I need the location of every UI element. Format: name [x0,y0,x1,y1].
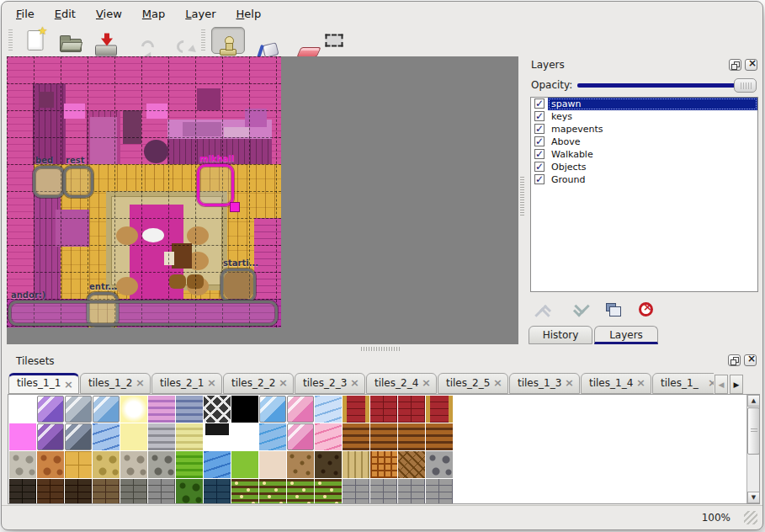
scroll-up-icon[interactable]: ▲ [747,395,760,407]
tile-cell[interactable] [65,396,92,423]
layer-row-spawn[interactable]: ✓spawn [531,98,757,110]
tile-cell[interactable] [37,479,64,504]
tile-cell[interactable] [426,451,453,478]
layer-row-ground[interactable]: ✓Ground [531,173,757,186]
tile-cell[interactable] [426,423,453,450]
tab-close-icon[interactable]: × [565,376,574,389]
tile-cell[interactable] [231,396,258,423]
tile-cell[interactable] [120,423,147,450]
tileset-tab-tiles_1_[interactable]: tiles_1_× [652,373,714,394]
tile-cell[interactable] [343,451,369,478]
tile-cell[interactable] [287,423,314,450]
menu-help[interactable]: Help [229,5,269,24]
tileset-scrollbar[interactable]: ▲ ▼ [746,395,759,503]
layer-visibility-checkbox[interactable]: ✓ [534,98,545,109]
tile-cell[interactable] [204,451,231,478]
tile-cell[interactable] [231,479,258,504]
open-folder-button[interactable] [54,27,88,54]
tileset-tab-tiles_2_5[interactable]: tiles_2_5× [438,373,508,394]
tileset-tab-tiles_1_2[interactable]: tiles_1_2× [80,373,151,394]
tile-cell[interactable] [120,396,147,423]
tab-close-icon[interactable]: × [636,376,645,389]
menu-layer[interactable]: Layer [178,5,223,24]
tile-cell[interactable] [93,451,120,478]
tile-cell[interactable] [398,396,425,423]
menu-view[interactable]: View [88,5,130,24]
tile-cell[interactable] [93,396,120,423]
layer-row-walkable[interactable]: ✓Walkable [531,148,757,161]
tile-cell[interactable] [398,423,425,450]
tile-cell[interactable] [176,479,203,504]
tile-cell[interactable] [9,396,36,423]
tile-cell[interactable] [148,396,175,423]
tileset-tab-tiles_2_2[interactable]: tiles_2_2× [223,373,294,394]
map-view[interactable]: bedrestmikhailstarti...entr...andor:) [7,56,518,344]
dock-tab-history[interactable]: History [529,326,592,344]
stamp-button[interactable] [211,27,245,54]
tilesets-float-icon[interactable] [728,354,741,366]
toolbar-grip[interactable] [8,29,13,51]
tile-cell[interactable] [204,479,231,504]
tile-cell[interactable] [65,423,92,450]
tab-close-icon[interactable]: × [207,376,216,389]
menu-map[interactable]: Map [135,5,173,24]
tile-cell[interactable] [176,423,203,450]
resize-grip-icon[interactable] [744,511,757,524]
tile-cell[interactable] [120,479,147,504]
tile-cell[interactable] [259,423,286,450]
map-object-andor[interactable]: andor:) [8,301,278,326]
tile-cell[interactable] [231,451,258,478]
tile-cell[interactable] [65,479,92,504]
layer-visibility-checkbox[interactable]: ✓ [534,162,545,172]
raise-layer-button[interactable] [535,300,555,320]
select-button[interactable] [317,27,351,54]
layer-visibility-checkbox[interactable]: ✓ [534,136,545,146]
tab-close-icon[interactable]: × [708,376,714,389]
tile-cell[interactable] [287,451,314,478]
tab-scroll-right-icon[interactable]: ▶ [730,375,743,394]
tile-cell[interactable] [426,396,453,423]
layer-visibility-checkbox[interactable]: ✓ [534,174,545,184]
map-object-bed[interactable]: bed [33,166,65,198]
tab-close-icon[interactable]: × [135,376,145,389]
map-object-starti[interactable]: starti... [220,269,256,302]
tile-cell[interactable] [204,423,231,450]
tile-cell[interactable] [398,479,425,504]
map-canvas[interactable]: bedrestmikhailstarti...entr...andor:) [7,56,281,327]
tile-cell[interactable] [93,479,120,504]
tab-scroll-left-icon[interactable]: ◀ [715,375,728,394]
tile-cell[interactable] [343,479,369,504]
tile-cell[interactable] [370,479,397,504]
tab-close-icon[interactable]: × [64,378,73,391]
delete-layer-button[interactable] [636,300,656,320]
tile-cell[interactable] [370,423,397,450]
tile-cell[interactable] [259,451,286,478]
layer-row-objects[interactable]: ✓Objects [531,161,757,173]
tile-cell[interactable] [9,451,36,478]
tile-cell[interactable] [398,451,425,478]
tile-cell[interactable] [259,479,286,504]
tile-cell[interactable] [287,396,314,423]
toolbar-grip[interactable] [201,29,205,51]
menu-file[interactable]: File [8,5,42,24]
tile-cell[interactable] [315,451,342,478]
tile-cell[interactable] [343,396,369,423]
tilesets-close-icon[interactable] [744,354,757,366]
eraser-button[interactable] [282,27,316,54]
undo-button[interactable] [125,27,158,54]
layer-visibility-checkbox[interactable]: ✓ [534,124,545,134]
tile-cell[interactable] [315,423,342,450]
tileset-viewport[interactable]: ▲ ▼ [8,394,760,504]
tile-cell[interactable] [287,479,314,504]
tile-cell[interactable] [176,396,203,423]
tile-cell[interactable] [37,423,64,450]
horizontal-splitter[interactable] [361,347,400,351]
layer-visibility-checkbox[interactable]: ✓ [534,149,545,159]
tab-close-icon[interactable]: × [493,376,502,389]
layer-row-keys[interactable]: ✓keys [531,110,757,123]
tileset-tab-tiles_2_4[interactable]: tiles_2_4× [366,373,437,394]
tileset-tab-tiles_2_3[interactable]: tiles_2_3× [295,373,365,394]
tile-cell[interactable] [231,423,258,450]
layers-close-icon[interactable] [745,59,757,71]
map-object-rest[interactable]: rest [63,166,93,198]
